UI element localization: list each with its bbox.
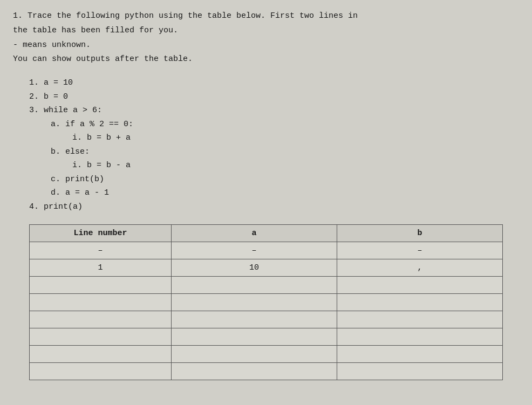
table-row: 110,: [30, 259, 503, 277]
cell-row6-b: [337, 346, 503, 363]
header-line-number: Line number: [30, 225, 172, 242]
instructions-block: 1. Trace the following python using the …: [13, 10, 519, 66]
code-line-1: 1. a = 10: [29, 76, 519, 90]
cell-row5-line: [30, 328, 172, 346]
cell-row4-line: [30, 311, 172, 328]
code-line-3d: d. a = a - 1: [51, 186, 519, 200]
instruction-line2: the table has been filled for you.: [13, 24, 519, 38]
cell-row4-b: [337, 311, 503, 328]
code-line-3c: c. print(b): [51, 173, 519, 187]
cell-row7-a: [172, 363, 337, 380]
code-line-4: 4. print(a): [29, 200, 519, 214]
instruction-line1: 1. Trace the following python using the …: [13, 10, 519, 23]
table-row: [30, 346, 503, 363]
table-row: [30, 328, 503, 346]
cell-row3-line: [30, 294, 172, 311]
table-row: [30, 311, 503, 328]
code-line-3ai: i. b = b + a: [72, 131, 519, 145]
code-block: 1. a = 10 2. b = 0 3. while a > 6: a. if…: [29, 76, 519, 214]
cell-row2-line: [30, 277, 172, 294]
cell-row1-line: 1: [30, 259, 172, 277]
cell-row7-b: [337, 363, 503, 380]
cell-row6-a: [172, 346, 337, 363]
code-line-3: 3. while a > 6:: [29, 104, 519, 118]
table-row: [30, 294, 503, 311]
header-a: a: [172, 225, 337, 242]
cell-row5-a: [172, 328, 337, 346]
cell-row2-b: [337, 277, 503, 294]
code-line-2: 2. b = 0: [29, 90, 519, 104]
cell-row1-a: 10: [172, 259, 337, 277]
cell-row5-b: [337, 328, 503, 346]
cell-row2-a: [172, 277, 337, 294]
trace-table: Line number a b –––110,: [29, 224, 503, 380]
cell-row4-a: [172, 311, 337, 328]
instruction-line3: - means unknown.: [13, 39, 519, 52]
instruction-line4: You can show outputs after the table.: [13, 53, 519, 66]
code-line-3a: a. if a % 2 == 0:: [51, 118, 519, 132]
code-line-3b: b. else:: [51, 145, 519, 159]
cell-row7-line: [30, 363, 172, 380]
cell-row0-a: –: [172, 242, 337, 259]
cell-row3-a: [172, 294, 337, 311]
table-row: [30, 277, 503, 294]
cell-row0-b: –: [337, 242, 503, 259]
code-line-3bi: i. b = b - a: [72, 159, 519, 173]
table-row: [30, 363, 503, 380]
cell-row3-b: [337, 294, 503, 311]
header-b: b: [337, 225, 503, 242]
cell-row1-b: ,: [337, 259, 503, 277]
cell-row0-line: –: [30, 242, 172, 259]
table-header-row: Line number a b: [30, 225, 503, 242]
cell-row6-line: [30, 346, 172, 363]
table-row: –––: [30, 242, 503, 259]
